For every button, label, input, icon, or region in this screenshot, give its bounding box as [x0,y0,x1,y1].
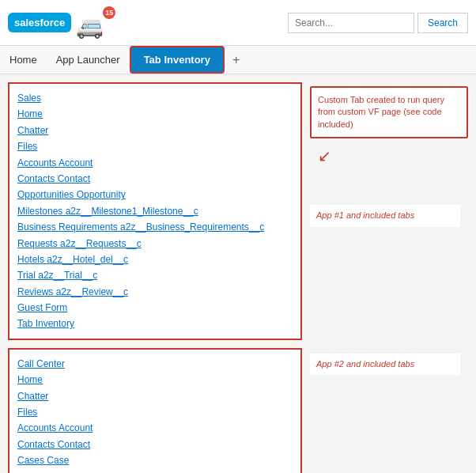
tab-item[interactable]: Reviews a2z__Review__c [17,284,293,300]
tab-item[interactable]: Tab Inventory [17,316,293,331]
tab-item[interactable]: Call Center [17,356,293,372]
truck-icon: 🚐 [76,13,104,40]
tab-item[interactable]: Contacts Contact [17,171,293,187]
app2-label-right: App #2 and included tabs [310,354,460,375]
app1-box: SalesHomeChatterFilesAccounts AccountCon… [8,82,302,340]
search-container: Search [288,13,468,33]
header: salesforce 15 🚐 Search [0,0,476,46]
nav-home[interactable]: Home [0,47,47,72]
tab-item[interactable]: Opportunities Opportunity [17,187,293,202]
tab-item[interactable]: Contacts Contact [17,437,293,452]
tab-item[interactable]: Guest Form [17,300,293,316]
tab-item[interactable]: Sales [17,90,293,106]
tab-item[interactable]: Solutions Solution [17,469,293,473]
tab-item[interactable]: Milestones a2z__Milestone1_Milestone__c [17,203,293,219]
annotation-top-box: Custom Tab created to run query from cus… [310,86,468,138]
tab-item[interactable]: Files [17,404,293,420]
tab-item[interactable]: Home [17,106,293,122]
annotation-top-text: Custom Tab created to run query from cus… [318,94,460,131]
salesforce-logo: salesforce 15 🚐 [8,6,119,40]
tab-item[interactable]: Home [17,372,293,388]
search-button[interactable]: Search [417,13,468,33]
tab-item[interactable]: Files [17,138,293,154]
navbar: Home App Launcher Tab Inventory + [0,46,476,74]
app2-box: Call CenterHomeChatterFilesAccounts Acco… [8,348,302,473]
tab-item[interactable]: Trial a2z__Trial__c [17,267,293,283]
truck-container: 15 🚐 [76,6,119,40]
search-input[interactable] [288,13,414,33]
nav-tab-inventory[interactable]: Tab Inventory [130,46,225,74]
tab-item[interactable]: Cases Case [17,452,293,468]
nav-app-launcher[interactable]: App Launcher [47,47,130,72]
tab-item[interactable]: Chatter [17,388,293,404]
app1-label-right: App #1 and included tabs [310,205,460,226]
tab-item[interactable]: Chatter [17,123,293,138]
left-panel: SalesHomeChatterFilesAccounts AccountCon… [8,82,302,473]
right-panel: Custom Tab created to run query from cus… [310,82,468,473]
tab-item[interactable]: Business Requirements a2z__Business_Requ… [17,219,293,235]
tab-item[interactable]: Requests a2z__Requests__c [17,236,293,252]
tab-item[interactable]: Hotels a2z__Hotel_del__c [17,252,293,267]
notification-badge: 15 [103,6,115,19]
main-content: SalesHomeChatterFilesAccounts AccountCon… [0,74,476,473]
tab-item[interactable]: Accounts Account [17,155,293,171]
tab-item[interactable]: Accounts Account [17,420,293,436]
nav-plus[interactable]: + [225,48,247,72]
logo-label: salesforce [14,17,65,28]
arrow-indicator: ↙ [310,146,468,165]
logo-text: salesforce [8,13,71,33]
